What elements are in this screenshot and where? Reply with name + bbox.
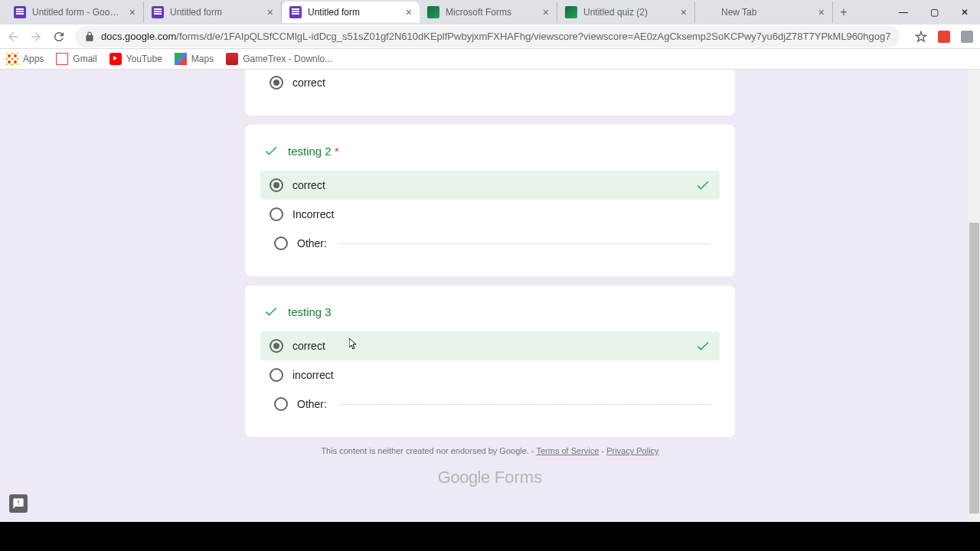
back-button[interactable] <box>6 29 20 44</box>
radio-icon <box>274 397 288 411</box>
tab-title: Untitled form <box>170 7 261 18</box>
report-icon <box>12 497 24 510</box>
google-forms-logo[interactable]: Google Forms <box>245 468 735 487</box>
option-correct[interactable]: correct <box>260 331 720 360</box>
tab-title: Microsoft Forms <box>446 7 537 18</box>
question-header: testing 3 <box>263 304 717 319</box>
bookmark-maps[interactable]: Maps <box>175 53 214 65</box>
minimize-button[interactable]: — <box>888 0 919 24</box>
blank-icon <box>703 6 715 18</box>
close-window-button[interactable]: ✕ <box>949 0 980 24</box>
tab-title: Untitled form - Google Form <box>32 7 123 18</box>
browser-chrome: Untitled form - Google Form × Untitled f… <box>0 0 980 70</box>
question-card-2: testing 2 * correct Incorrect Other: <box>245 125 735 276</box>
question-title: testing 2 * <box>288 145 339 158</box>
required-asterisk: * <box>335 145 339 158</box>
tab-5[interactable]: New Tab × <box>695 2 833 23</box>
maps-icon <box>175 53 187 65</box>
forms-icon <box>14 6 26 18</box>
option-other[interactable]: Other: <box>263 390 717 419</box>
maximize-button[interactable]: ▢ <box>919 0 949 24</box>
close-icon[interactable]: × <box>267 6 273 18</box>
form-container: correct testing 2 * correct Incorrect Ot… <box>245 70 735 487</box>
forms-icon <box>289 6 302 18</box>
forms-icon <box>152 6 164 18</box>
radio-selected-icon <box>270 339 283 353</box>
check-icon <box>695 178 710 193</box>
tab-title: New Tab <box>721 7 812 18</box>
question-title: testing 3 <box>288 305 332 318</box>
report-problem-button[interactable] <box>9 494 28 513</box>
radio-selected-icon <box>270 76 283 90</box>
tos-link[interactable]: Terms of Service <box>536 446 599 455</box>
bookmark-label: Gmail <box>73 54 96 64</box>
option-other[interactable]: Other: <box>263 229 717 258</box>
option-text: Other: <box>297 398 327 410</box>
gmail-icon <box>56 53 68 65</box>
option-correct[interactable]: correct <box>260 171 720 200</box>
scrollbar-thumb[interactable] <box>969 223 979 514</box>
other-input[interactable] <box>339 404 710 405</box>
option-text: Other: <box>297 237 327 249</box>
bookmark-youtube[interactable]: YouTube <box>109 53 162 65</box>
option-incorrect[interactable]: Incorrect <box>263 200 717 229</box>
scrollbar[interactable] <box>969 70 980 522</box>
radio-icon <box>270 207 283 221</box>
bottom-bar <box>0 522 980 551</box>
url-text: docs.google.com/forms/d/e/1FAIpQLSfCCMlg… <box>101 31 890 42</box>
question-card-1: correct <box>245 70 735 116</box>
option-text: correct <box>292 179 325 191</box>
bookmark-label: GameTrex - Downlo... <box>243 54 332 64</box>
tab-1[interactable]: Untitled form × <box>144 2 282 23</box>
close-icon[interactable]: × <box>818 6 825 18</box>
msforms-icon <box>427 6 439 18</box>
radio-icon <box>270 368 283 382</box>
question-card-3: testing 3 correct incorrect Other: <box>245 285 735 437</box>
star-icon[interactable] <box>915 31 927 43</box>
arrow-right-icon <box>29 30 43 44</box>
apps-icon <box>6 53 18 65</box>
lock-icon <box>84 31 95 42</box>
reload-button[interactable] <box>52 29 66 44</box>
new-tab-button[interactable]: + <box>833 2 854 23</box>
bookmark-gametrex[interactable]: GameTrex - Downlo... <box>226 53 332 65</box>
check-icon <box>263 304 279 319</box>
url-bar[interactable]: docs.google.com/forms/d/e/1FAIpQLSfCCMlg… <box>75 26 900 47</box>
extension-icon[interactable] <box>961 31 973 43</box>
window-controls: — ▢ ✕ <box>888 0 980 24</box>
tab-0[interactable]: Untitled form - Google Form × <box>6 2 144 23</box>
tab-title: Untitled quiz (2) <box>583 7 675 18</box>
address-bar: docs.google.com/forms/d/e/1FAIpQLSfCCMlg… <box>0 24 980 49</box>
forward-button[interactable] <box>29 29 43 44</box>
close-icon[interactable]: × <box>406 6 412 18</box>
close-icon[interactable]: × <box>681 6 687 18</box>
other-input[interactable] <box>339 243 710 244</box>
bookmark-apps[interactable]: Apps <box>6 53 44 65</box>
footer-disclaimer: This content is neither created nor endo… <box>245 446 735 455</box>
tab-3[interactable]: Microsoft Forms × <box>420 2 557 23</box>
close-icon[interactable]: × <box>543 6 549 18</box>
radio-selected-icon <box>270 178 283 192</box>
arrow-left-icon <box>6 30 20 44</box>
toolbar-icons <box>909 29 980 44</box>
gametrex-icon <box>226 53 238 65</box>
reload-icon <box>52 30 66 44</box>
bookmark-gmail[interactable]: Gmail <box>56 53 96 65</box>
privacy-link[interactable]: Privacy Policy <box>606 446 658 455</box>
tab-2[interactable]: Untitled form × <box>282 2 420 23</box>
msforms-icon <box>565 6 577 18</box>
option-text: incorrect <box>292 369 334 381</box>
bookmark-label: YouTube <box>126 54 162 64</box>
check-icon <box>695 338 710 354</box>
viewport: correct testing 2 * correct Incorrect Ot… <box>0 70 980 522</box>
close-icon[interactable]: × <box>129 6 136 18</box>
radio-icon <box>274 236 288 250</box>
option-text: correct <box>292 77 325 89</box>
tab-4[interactable]: Untitled quiz (2) × <box>557 2 695 23</box>
question-header: testing 2 * <box>263 143 717 158</box>
option-text: correct <box>292 340 325 352</box>
option-incorrect[interactable]: incorrect <box>263 360 717 390</box>
bookmarks-bar: Apps Gmail YouTube Maps GameTrex - Downl… <box>0 49 980 70</box>
check-icon <box>263 143 279 158</box>
extension-icon[interactable] <box>938 31 950 43</box>
